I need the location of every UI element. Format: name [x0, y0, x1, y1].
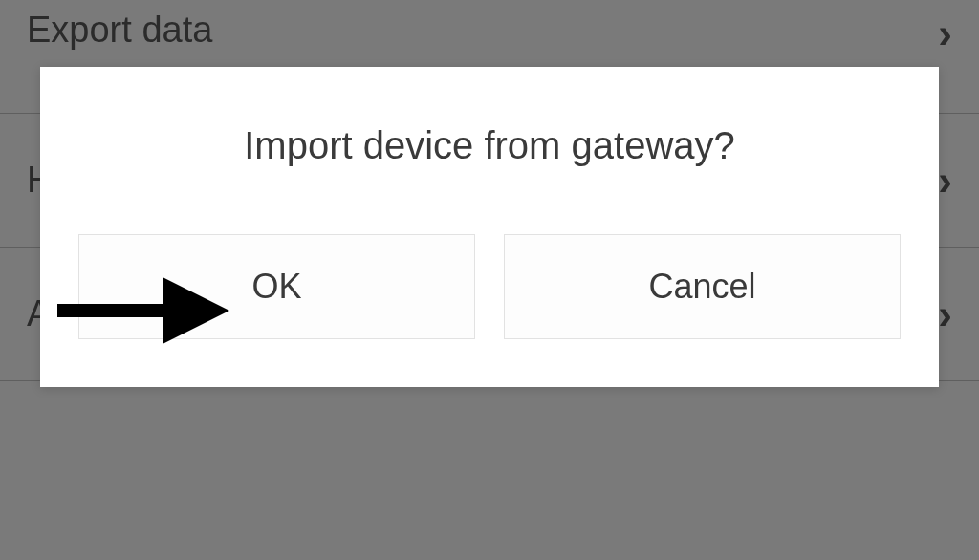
chevron-right-icon: ›	[938, 157, 952, 205]
list-item-label: Export data	[27, 10, 212, 51]
confirm-dialog: Import device from gateway? OK Cancel	[40, 67, 939, 387]
dialog-title: Import device from gateway?	[78, 124, 901, 167]
ok-button[interactable]: OK	[78, 234, 475, 339]
cancel-button[interactable]: Cancel	[504, 234, 901, 339]
chevron-right-icon: ›	[938, 291, 952, 338]
dialog-button-row: OK Cancel	[78, 234, 901, 339]
chevron-right-icon: ›	[938, 10, 952, 57]
